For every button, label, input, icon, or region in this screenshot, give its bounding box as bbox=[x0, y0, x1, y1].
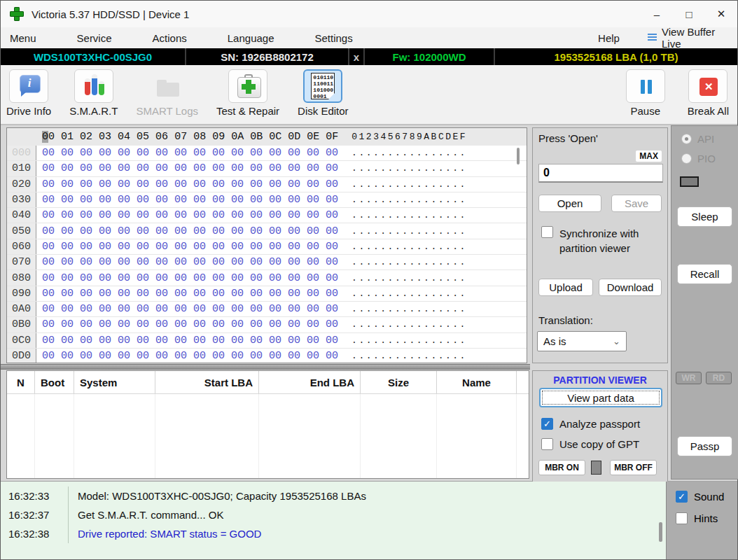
hex-row-bytes[interactable]: 00 00 00 00 00 00 00 00 00 00 00 00 00 0… bbox=[42, 303, 338, 315]
hex-row-ascii[interactable]: ................ bbox=[351, 241, 467, 252]
s-m-a-r-t-button[interactable]: S.M.A.R.T bbox=[69, 69, 118, 117]
partition-col-n[interactable]: N bbox=[7, 371, 35, 393]
menu-item-service[interactable]: Service bbox=[77, 32, 112, 44]
pause-button[interactable]: Pause bbox=[626, 69, 665, 117]
hex-row-bytes[interactable]: 00 00 00 00 00 00 00 00 00 00 00 00 00 0… bbox=[42, 209, 338, 221]
hex-row-020[interactable]: 02000 00 00 00 00 00 00 00 00 00 00 00 0… bbox=[7, 177, 527, 192]
hex-row-bytes[interactable]: 00 00 00 00 00 00 00 00 00 00 00 00 00 0… bbox=[42, 318, 338, 330]
device-info-bar: WDS100T3XHC-00SJG0 SN: 1926B8802172 x Fw… bbox=[1, 48, 737, 65]
menu-item-menu[interactable]: Menu bbox=[10, 32, 36, 44]
hex-row-bytes[interactable]: 00 00 00 00 00 00 00 00 00 00 00 00 00 0… bbox=[42, 256, 338, 268]
hex-row-bytes[interactable]: 00 00 00 00 00 00 00 00 00 00 00 00 00 0… bbox=[42, 147, 338, 159]
hex-row-ascii[interactable]: ................ bbox=[351, 351, 467, 361]
save-button[interactable]: Save bbox=[611, 195, 662, 212]
hex-row-bytes[interactable]: 00 00 00 00 00 00 00 00 00 00 00 00 00 0… bbox=[42, 350, 338, 362]
sleep-button[interactable]: Sleep bbox=[677, 206, 732, 227]
close-button[interactable]: ✕ bbox=[705, 1, 737, 27]
menu-item-actions[interactable]: Actions bbox=[153, 32, 187, 44]
splitter-handle[interactable] bbox=[1, 364, 530, 370]
partition-col-end-lba[interactable]: End LBA bbox=[259, 371, 361, 393]
hex-row-ascii[interactable]: ................ bbox=[351, 257, 467, 267]
hex-row-bytes[interactable]: 00 00 00 00 00 00 00 00 00 00 00 00 00 0… bbox=[42, 178, 338, 190]
hex-row-010[interactable]: 01000 00 00 00 00 00 00 00 00 00 00 00 0… bbox=[7, 161, 527, 176]
partition-table[interactable]: NBootSystemStart LBAEnd LBASizeName bbox=[6, 370, 529, 479]
upload-button[interactable]: Upload bbox=[538, 279, 593, 296]
use-gpt-copy-checkbox[interactable] bbox=[541, 438, 553, 450]
hex-row-050[interactable]: 05000 00 00 00 00 00 00 00 00 00 00 00 0… bbox=[7, 223, 527, 239]
drive-info-button[interactable]: Drive Info bbox=[6, 69, 51, 117]
minimize-button[interactable]: – bbox=[641, 1, 673, 27]
partition-col-size[interactable]: Size bbox=[361, 371, 437, 393]
api-radio[interactable]: API bbox=[681, 133, 714, 145]
hex-row-bytes[interactable]: 00 00 00 00 00 00 00 00 00 00 00 00 00 0… bbox=[42, 162, 338, 174]
disk-editor-button[interactable]: 0101101100111010000001Disk Editor bbox=[298, 69, 349, 117]
translation-select[interactable]: As is ⌄ bbox=[537, 331, 627, 351]
hex-row-040[interactable]: 04000 00 00 00 00 00 00 00 00 00 00 00 0… bbox=[7, 208, 527, 223]
hex-row-090[interactable]: 09000 00 00 00 00 00 00 00 00 00 00 00 0… bbox=[7, 286, 527, 302]
hex-row-ascii[interactable]: ................ bbox=[351, 319, 467, 330]
pio-radio[interactable]: PIO bbox=[681, 153, 716, 164]
hex-row-bytes[interactable]: 00 00 00 00 00 00 00 00 00 00 00 00 00 0… bbox=[42, 272, 338, 284]
hex-row-0D0[interactable]: 0D000 00 00 00 00 00 00 00 00 00 00 00 0… bbox=[7, 349, 527, 363]
partition-col-name[interactable]: Name bbox=[437, 371, 517, 393]
mbr-on-button[interactable]: MBR ON bbox=[538, 460, 585, 475]
hex-row-bytes[interactable]: 00 00 00 00 00 00 00 00 00 00 00 00 00 0… bbox=[42, 288, 338, 300]
passp-button[interactable]: Passp bbox=[677, 436, 732, 456]
hex-row-ascii[interactable]: ................ bbox=[351, 163, 467, 174]
hex-row-ascii[interactable]: ................ bbox=[351, 273, 467, 284]
hex-row-ascii[interactable]: ................ bbox=[351, 179, 467, 190]
hex-row-0A0[interactable]: 0A000 00 00 00 00 00 00 00 00 00 00 00 0… bbox=[7, 302, 527, 317]
break-all-button[interactable]: Break All bbox=[688, 69, 729, 117]
partition-col-system[interactable]: System bbox=[74, 371, 155, 393]
hex-row-bytes[interactable]: 00 00 00 00 00 00 00 00 00 00 00 00 00 0… bbox=[42, 335, 338, 346]
hex-row-0C0[interactable]: 0C000 00 00 00 00 00 00 00 00 00 00 00 0… bbox=[7, 333, 527, 349]
lba-input[interactable] bbox=[538, 164, 663, 183]
hex-row-ascii[interactable]: ................ bbox=[351, 288, 467, 299]
log-scrollbar[interactable] bbox=[659, 522, 662, 542]
hex-row-080[interactable]: 08000 00 00 00 00 00 00 00 00 00 00 00 0… bbox=[7, 270, 527, 286]
recall-button[interactable]: Recall bbox=[677, 264, 732, 284]
hex-row-ascii[interactable]: ................ bbox=[351, 210, 467, 220]
partition-col-boot[interactable]: Boot bbox=[35, 371, 74, 393]
hex-row-070[interactable]: 07000 00 00 00 00 00 00 00 00 00 00 00 0… bbox=[7, 255, 527, 270]
open-button[interactable]: Open bbox=[538, 195, 601, 212]
device-bar-close-button[interactable]: x bbox=[349, 48, 365, 65]
hex-row-ascii[interactable]: ................ bbox=[351, 226, 467, 237]
menu-item-settings[interactable]: Settings bbox=[315, 32, 353, 44]
test-repair-button[interactable]: Test & Repair bbox=[216, 69, 279, 117]
hex-row-030[interactable]: 03000 00 00 00 00 00 00 00 00 00 00 00 0… bbox=[7, 192, 527, 208]
hints-checkbox[interactable] bbox=[676, 512, 688, 524]
view-buffer-live-button[interactable]: View Buffer Live bbox=[648, 26, 727, 50]
api-radio-circle[interactable] bbox=[681, 134, 692, 144]
download-button[interactable]: Download bbox=[599, 279, 662, 296]
hex-row-bytes[interactable]: 00 00 00 00 00 00 00 00 00 00 00 00 00 0… bbox=[42, 241, 338, 253]
maximize-button[interactable]: □ bbox=[673, 1, 705, 27]
hex-row-000[interactable]: 00000 00 00 00 00 00 00 00 00 00 00 00 0… bbox=[7, 146, 527, 161]
hex-row-label: 040 bbox=[7, 208, 36, 223]
menu-item-language[interactable]: Language bbox=[228, 32, 274, 44]
mbr-led-indicator bbox=[591, 461, 601, 475]
hex-row-060[interactable]: 06000 00 00 00 00 00 00 00 00 00 00 00 0… bbox=[7, 239, 527, 255]
log-message: Get S.M.A.R.T. command... OK bbox=[69, 509, 223, 521]
view-part-data-button[interactable]: View part data bbox=[539, 388, 662, 407]
sound-checkbox[interactable]: ✓ bbox=[676, 491, 688, 503]
hex-row-ascii[interactable]: ................ bbox=[351, 148, 467, 158]
hex-scrollbar[interactable] bbox=[517, 148, 520, 164]
hex-row-0B0[interactable]: 0B000 00 00 00 00 00 00 00 00 00 00 00 0… bbox=[7, 317, 527, 332]
menu-item-help[interactable]: Help bbox=[598, 32, 620, 44]
hex-row-bytes[interactable]: 00 00 00 00 00 00 00 00 00 00 00 00 00 0… bbox=[42, 225, 338, 237]
rd-button[interactable]: RD bbox=[706, 372, 732, 384]
pio-radio-circle[interactable] bbox=[681, 153, 692, 164]
partition-col-start-lba[interactable]: Start LBA bbox=[155, 371, 259, 393]
hex-grid[interactable]: 00000 00 00 00 00 00 00 00 00 00 00 00 0… bbox=[7, 146, 527, 363]
hex-row-bytes[interactable]: 00 00 00 00 00 00 00 00 00 00 00 00 00 0… bbox=[42, 194, 338, 206]
hex-row-ascii[interactable]: ................ bbox=[351, 195, 467, 205]
hex-row-ascii[interactable]: ................ bbox=[351, 335, 467, 346]
wr-button[interactable]: WR bbox=[676, 372, 702, 384]
hex-editor[interactable]: 00 01 02 03 04 05 06 07 08 09 0A 0B 0C 0… bbox=[6, 127, 527, 363]
analyze-passport-checkbox[interactable]: ✓ bbox=[541, 418, 553, 430]
use-gpt-copy-label: Use copy of GPT bbox=[559, 438, 639, 450]
mbr-off-button[interactable]: MBR OFF bbox=[610, 460, 657, 475]
hex-row-ascii[interactable]: ................ bbox=[351, 304, 467, 314]
sync-checkbox[interactable] bbox=[541, 226, 553, 238]
